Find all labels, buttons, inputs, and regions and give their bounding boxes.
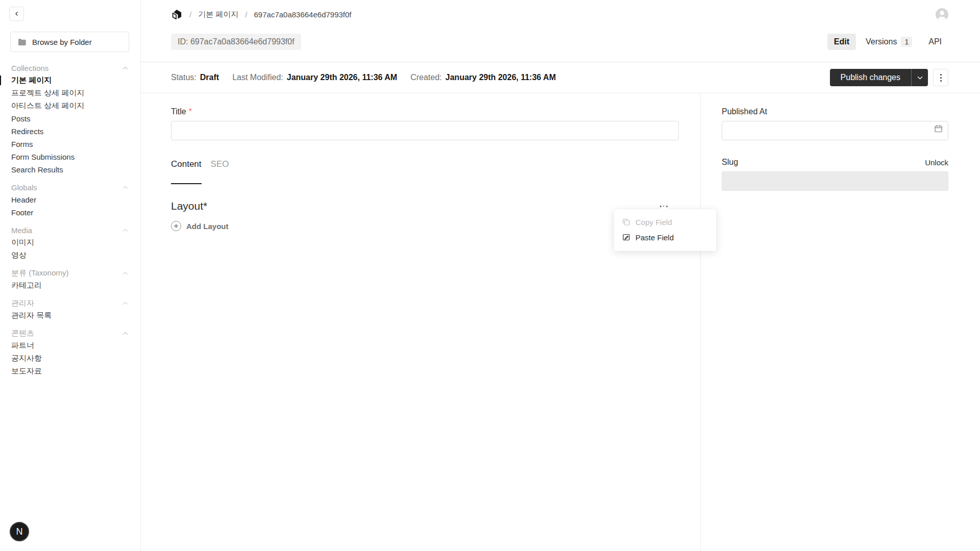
payload-logo-icon[interactable] — [171, 9, 183, 20]
publish-changes-button[interactable]: Publish changes — [830, 69, 928, 86]
slug-field-header: Slug Unlock — [722, 158, 948, 167]
breadcrumb-separator: / — [245, 10, 247, 19]
status-value: Draft — [200, 73, 219, 82]
sidebar-group-media: Media 이미지 영상 — [0, 224, 140, 262]
sidebar-section-content[interactable]: 콘텐츠 — [0, 327, 140, 339]
folder-icon — [18, 38, 27, 46]
document-form: Title * Content SEO Layout* Add Layout — [171, 93, 679, 231]
chevron-up-icon — [122, 229, 128, 232]
sidebar-item-project-detail-pages[interactable]: 프로젝트 상세 페이지 — [0, 87, 140, 99]
browse-by-folder-button[interactable]: Browse by Folder — [10, 32, 129, 52]
status-items: Status: Draft Last Modified: January 29t… — [171, 73, 830, 82]
paste-edit-icon — [622, 233, 630, 241]
status-field: Status: Draft — [171, 73, 219, 82]
sidebar-item-videos[interactable]: 영상 — [0, 249, 140, 262]
layout-field-header: Layout* — [171, 200, 679, 212]
topbar: / 기본 페이지 / 697ac7a0a83664e6d7993f0f ID: … — [141, 0, 980, 62]
tab-api[interactable]: API — [922, 34, 948, 50]
chevron-up-icon — [122, 302, 128, 305]
sidebar-section-media[interactable]: Media — [0, 224, 140, 236]
required-asterisk: * — [189, 107, 192, 116]
breadcrumb-document-id: 697ac7a0a83664e6d7993f0f — [254, 10, 352, 19]
copy-icon — [622, 218, 630, 226]
document-settings-panel: Published At Slug Unlock — [722, 93, 948, 191]
sidebar-item-header[interactable]: Header — [0, 193, 140, 206]
breadcrumb-collection-link[interactable]: 기본 페이지 — [198, 10, 238, 19]
breadcrumb: / 기본 페이지 / 697ac7a0a83664e6d7993f0f — [171, 7, 352, 22]
plus-circle-icon — [171, 221, 181, 231]
field-context-menu: Copy Field Paste Field — [614, 209, 716, 251]
sidebar-item-artist-detail-pages[interactable]: 아티스트 상세 페이지 — [0, 99, 140, 112]
add-layout-button[interactable]: Add Layout — [171, 221, 679, 231]
publish-options-toggle[interactable] — [911, 69, 928, 86]
last-modified-field: Last Modified: January 29th 2026, 11:36 … — [232, 73, 397, 82]
created-value: January 29th 2026, 11:36 AM — [446, 73, 556, 82]
sidebar-group-collections: Collections 기본 페이지 프로젝트 상세 페이지 아티스트 상세 페… — [0, 62, 140, 176]
sidebar-section-admin[interactable]: 관리자 — [0, 297, 140, 309]
slug-input-disabled — [722, 171, 948, 191]
sidebar-item-redirects[interactable]: Redirects — [0, 125, 140, 138]
chevron-up-icon — [122, 271, 128, 275]
title-field-label: Title * — [171, 107, 679, 116]
breadcrumb-separator: / — [189, 10, 191, 19]
panel-divider — [700, 93, 701, 551]
sidebar-item-admin-list[interactable]: 관리자 목록 — [0, 309, 140, 322]
account-avatar[interactable] — [936, 8, 948, 21]
sidebar-item-form-submissions[interactable]: Form Submissions — [0, 151, 140, 163]
sidebar-section-taxonomy[interactable]: 분류 (Taxonomy) — [0, 267, 140, 279]
tab-versions[interactable]: Versions 1 — [859, 33, 919, 51]
tab-edit[interactable]: Edit — [827, 34, 856, 50]
versions-count-badge: 1 — [901, 37, 912, 47]
layout-field-label: Layout* — [171, 200, 207, 212]
calendar-icon[interactable] — [934, 124, 943, 133]
sidebar-group-content: 콘텐츠 파트너 공지사항 보도자료 — [0, 327, 140, 378]
sidebar: Browse by Folder Collections 기본 페이지 프로젝트… — [0, 0, 141, 551]
chevron-down-icon — [917, 76, 923, 80]
tab-seo[interactable]: SEO — [211, 159, 229, 184]
publish-controls: Publish changes — [830, 69, 948, 86]
chevron-left-icon — [14, 11, 19, 16]
sidebar-item-footer[interactable]: Footer — [0, 206, 140, 219]
user-avatar-icon — [936, 8, 948, 21]
chevron-up-icon — [122, 66, 128, 70]
sidebar-section-globals[interactable]: Globals — [0, 181, 140, 193]
sidebar-group-globals: Globals Header Footer — [0, 181, 140, 219]
kebab-vertical-icon — [940, 74, 942, 76]
last-modified-value: January 29th 2026, 11:36 AM — [287, 73, 397, 82]
sidebar-item-posts[interactable]: Posts — [0, 112, 140, 125]
created-field: Created: January 29th 2026, 11:36 AM — [410, 73, 556, 82]
sidebar-nav: Collections 기본 페이지 프로젝트 상세 페이지 아티스트 상세 페… — [0, 62, 140, 378]
document-status-bar: Status: Draft Last Modified: January 29t… — [141, 62, 980, 93]
sidebar-item-partners[interactable]: 파트너 — [0, 339, 140, 352]
sidebar-item-forms[interactable]: Forms — [0, 138, 140, 151]
published-at-label: Published At — [722, 107, 948, 116]
sidebar-item-categories[interactable]: 카테고리 — [0, 279, 140, 292]
sidebar-item-images[interactable]: 이미지 — [0, 236, 140, 249]
add-layout-label: Add Layout — [186, 222, 229, 231]
document-id-pill: ID: 697ac7a0a83664e6d7993f0f — [171, 34, 301, 50]
chevron-up-icon — [122, 332, 128, 335]
published-at-input[interactable] — [722, 121, 948, 140]
nextjs-dev-badge[interactable]: N — [10, 522, 29, 541]
tab-content[interactable]: Content — [171, 159, 202, 184]
sidebar-group-taxonomy: 분류 (Taxonomy) 카테고리 — [0, 267, 140, 292]
chevron-up-icon — [122, 186, 128, 189]
sidebar-section-collections[interactable]: Collections — [0, 62, 140, 74]
title-input[interactable] — [171, 121, 679, 140]
more-options-button[interactable] — [933, 69, 948, 86]
browse-by-folder-label: Browse by Folder — [32, 38, 92, 46]
sidebar-item-basic-pages[interactable]: 기본 페이지 — [0, 74, 140, 87]
sidebar-item-search-results[interactable]: Search Results — [0, 163, 140, 176]
collapse-sidebar-button[interactable] — [9, 7, 24, 21]
slug-label: Slug — [722, 158, 738, 167]
document-id-row: ID: 697ac7a0a83664e6d7993f0f Edit Versio… — [171, 33, 948, 51]
sidebar-item-notices[interactable]: 공지사항 — [0, 352, 140, 365]
slug-unlock-button[interactable]: Unlock — [925, 158, 948, 167]
sidebar-item-press-releases[interactable]: 보도자료 — [0, 365, 140, 378]
sidebar-group-admin: 관리자 관리자 목록 — [0, 297, 140, 322]
document-view-tabs: Edit Versions 1 API — [827, 33, 948, 51]
copy-field-menu-item[interactable]: Copy Field — [614, 214, 716, 230]
form-tabs: Content SEO — [171, 159, 679, 184]
paste-field-menu-item[interactable]: Paste Field — [614, 230, 716, 245]
nextjs-n-icon: N — [16, 527, 23, 537]
